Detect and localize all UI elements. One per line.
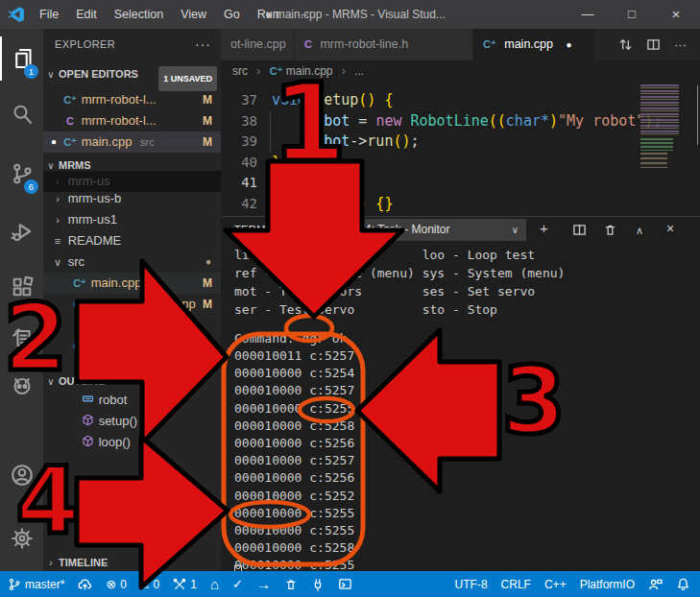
terminal-panel[interactable]: TERMINAL 4: Task - Monitor ∨ + ∧ × lic -… xyxy=(221,216,700,571)
symbol-name: robot xyxy=(99,393,128,407)
terminal-tab-label[interactable]: TERMINAL xyxy=(234,224,291,235)
menu-edit[interactable]: Edit xyxy=(67,8,106,21)
editor-group: ot-line.cpp C mrm-robot-line.h C⁺ main.c… xyxy=(221,29,700,571)
outline-item-loop[interactable]: loop() xyxy=(43,432,221,453)
split-editor-icon[interactable] xyxy=(646,37,661,52)
minimap[interactable] xyxy=(640,84,681,173)
terminal-task-dropdown[interactable]: 4: Task - Monitor ∨ xyxy=(355,219,526,241)
activity-extensions-button[interactable] xyxy=(0,265,43,309)
activity-search-button[interactable] xyxy=(0,92,43,136)
file-name: mrm-robot-l... xyxy=(82,92,157,107)
sidebar-header: EXPLORER ··· xyxy=(43,29,221,60)
extensions-icon xyxy=(11,275,34,298)
editor-more-actions[interactable]: ··· xyxy=(674,37,687,52)
notifications-button[interactable] xyxy=(676,577,690,591)
unsaved-dot-icon: ● xyxy=(51,131,57,153)
scrollbar[interactable] xyxy=(697,85,698,145)
clipboard-tasks-icon xyxy=(11,325,34,348)
terminal-output[interactable]: lic - Lidar cal loo - Loop test ref - Re… xyxy=(234,246,695,574)
encoding-status[interactable]: UTF-8 xyxy=(455,578,488,591)
pio-upload-button[interactable]: → xyxy=(256,576,271,592)
breadcrumb-file[interactable]: main.cpp xyxy=(286,64,333,78)
explorer-sidebar: EXPLORER ··· ∨OPEN EDITORS 1 UNSAVED C⁺ … xyxy=(43,29,221,571)
breadcrumb-folder[interactable]: src xyxy=(232,64,248,78)
feedback-icon xyxy=(648,577,663,591)
tree-item[interactable]: › mrm-us1 xyxy=(43,209,221,230)
close-button[interactable]: × xyxy=(657,0,695,29)
menu-file[interactable]: File xyxy=(31,8,67,21)
tree-item[interactable]: C⁺ main.cpp M xyxy=(43,273,221,294)
feedback-button[interactable] xyxy=(648,577,663,591)
tree-item-readme[interactable]: ≡ README xyxy=(43,230,221,251)
sidebar-title: EXPLORER xyxy=(55,38,115,50)
menu-go[interactable]: Go xyxy=(215,8,249,21)
outline-item-setup[interactable]: setup() xyxy=(43,411,221,432)
cpp-file-icon: C⁺ xyxy=(270,65,283,77)
source-control-badge: 6 xyxy=(24,179,38,194)
minimize-button[interactable]: — xyxy=(568,0,607,29)
kill-terminal-trash-icon[interactable] xyxy=(603,223,617,237)
git-branch-status[interactable]: master* xyxy=(8,578,64,591)
pio-terminal-button[interactable] xyxy=(338,577,352,591)
code-line-37: 37void setup() { xyxy=(221,90,700,111)
tab-mrm-robot-line-cpp[interactable]: ot-line.cpp xyxy=(221,29,295,60)
chevron-down-icon: ∨ xyxy=(512,219,519,241)
split-terminal-icon[interactable] xyxy=(572,223,587,237)
open-editor-item-active[interactable]: ● C⁺ main.cpp src M xyxy=(43,131,221,153)
sync-status[interactable] xyxy=(78,577,92,591)
pio-clean-button[interactable] xyxy=(284,578,298,591)
eol-status[interactable]: CRLF xyxy=(501,578,531,591)
method-icon xyxy=(80,412,95,433)
code-editor[interactable]: 37void setup() { 38 robot = new RobotLin… xyxy=(221,83,700,216)
tree-item[interactable]: › mrm-us-b xyxy=(43,188,221,209)
cpp-file-icon: C⁺ xyxy=(72,336,87,357)
close-panel-button[interactable]: × xyxy=(666,221,674,236)
sensor-reading-line: 000010000 c:5258 xyxy=(234,539,695,557)
breadcrumb[interactable]: src › C⁺ main.cpp › ... xyxy=(221,60,700,83)
platformio-status[interactable]: PlatformIO xyxy=(580,578,635,591)
tree-item-src-folder[interactable]: ∨ src ● xyxy=(43,251,221,273)
terminal-menu-line: ser - Test servo sto - Stop xyxy=(234,300,695,319)
activity-project-tasks-button[interactable] xyxy=(0,315,43,359)
activity-source-control-button[interactable]: 6 xyxy=(0,152,43,196)
tree-item[interactable]: C⁺ mrm-robot.cpp xyxy=(43,336,221,357)
sensor-reading-line: 000010000 c:5254 xyxy=(234,365,695,382)
activity-settings-button[interactable] xyxy=(0,516,43,561)
new-terminal-button[interactable]: + xyxy=(540,220,548,236)
breadcrumb-symbol[interactable]: ... xyxy=(354,64,364,78)
sensor-reading-line: 000010011 c:5257 xyxy=(234,347,695,365)
maximize-panel-button[interactable]: ∧ xyxy=(636,225,643,237)
activity-run-debug-button[interactable] xyxy=(0,209,43,253)
compare-changes-icon[interactable] xyxy=(618,37,633,52)
tree-item[interactable]: C mrm-robot-line.h xyxy=(43,315,221,336)
open-editors-section-header[interactable]: ∨OPEN EDITORS 1 UNSAVED xyxy=(43,63,221,84)
modified-badge: M xyxy=(203,273,212,294)
cpp-file-icon: C⁺ xyxy=(62,89,78,110)
open-editor-item[interactable]: C mrm-robot-l... M xyxy=(43,110,221,131)
modified-dot-badge: ● xyxy=(205,251,211,273)
pio-build-button[interactable]: ✓ xyxy=(232,577,243,591)
activity-explorer-button[interactable]: 1 xyxy=(0,36,43,81)
sidebar-more-actions[interactable]: ··· xyxy=(195,29,211,60)
open-editor-item[interactable]: C⁺ mrm-robot-l... M xyxy=(43,89,221,110)
menu-selection[interactable]: Selection xyxy=(106,8,172,21)
tab-mrm-robot-line-h[interactable]: C mrm-robot-line.h xyxy=(295,29,473,60)
language-mode-status[interactable]: C++ xyxy=(544,578,567,591)
tab-main-cpp[interactable]: C⁺ main.cpp ● xyxy=(473,29,595,60)
tree-item[interactable]: C⁺ mrm-robot-line.cpp M xyxy=(43,294,221,315)
pio-home-button[interactable]: ⌂ xyxy=(210,576,219,592)
terminal-task-name: 4: Task - Monitor xyxy=(365,223,449,236)
maximize-button[interactable]: □ xyxy=(613,0,651,29)
outline-section-header[interactable]: ∨OUTLINE xyxy=(43,370,221,392)
outline-item-robot[interactable]: robot xyxy=(43,390,221,411)
activity-platformio-button[interactable] xyxy=(0,363,43,407)
title-bar: File Edit Selection View Go Run ··· ● ma… xyxy=(0,0,700,29)
problems-status[interactable]: ⊗ 0 ⚠ 0 xyxy=(106,577,159,591)
unsaved-dot-icon: ● xyxy=(566,39,571,50)
modified-badge: M xyxy=(203,131,212,153)
tasks-status[interactable]: 1 xyxy=(173,578,197,591)
pio-serial-monitor-button[interactable] xyxy=(311,578,325,591)
timeline-section-header[interactable]: ›TIMELINE xyxy=(43,552,221,573)
menu-view[interactable]: View xyxy=(172,8,215,21)
activity-account-button[interactable] xyxy=(0,453,43,497)
